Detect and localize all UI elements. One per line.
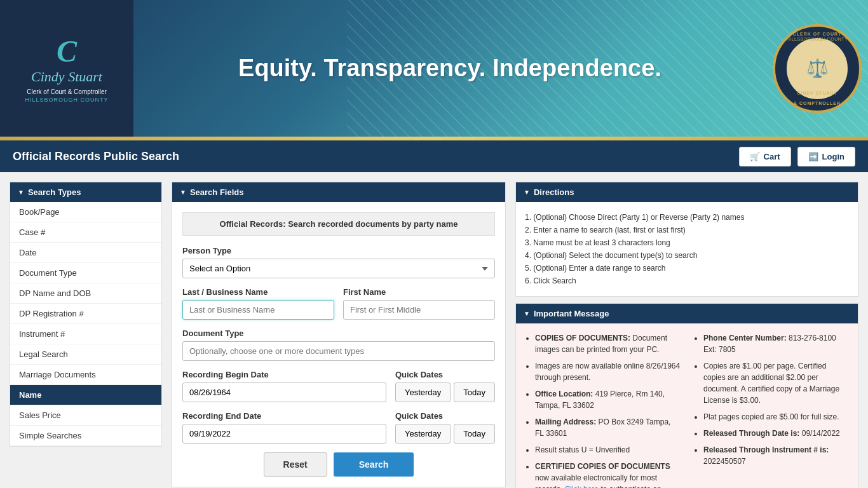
form-actions: Reset Search (182, 452, 495, 477)
images-text: Images are now available online 8/26/196… (535, 362, 680, 382)
seal-circle: CLERK OF COURT HILLSBOROUGH COUNTY ⚖️ CI… (773, 24, 862, 113)
end-yesterday-button[interactable]: Yesterday (395, 424, 451, 444)
sidebar-header[interactable]: ▼ Search Types (10, 182, 161, 202)
sidebar-item-dpreg[interactable]: DP Registration # (10, 304, 161, 324)
sidebar: ▼ Search Types Book/Page Case # Date Doc… (10, 182, 162, 488)
plat-text: Plat pages copied are $5.00 for full siz… (703, 412, 839, 421)
copies-price-text: Copies are $1.00 per page. Certified cop… (703, 362, 839, 405)
cart-icon: 🛒 (750, 152, 760, 161)
released-instrument-bold: Released Through Instrument # is: (703, 445, 829, 454)
sidebar-item-sales[interactable]: Sales Price (10, 405, 161, 426)
end-date-input[interactable] (182, 424, 386, 444)
navbar-actions: 🛒 Cart ➡️ Login (739, 147, 855, 166)
center-form: ▼ Search Fields Official Records: Search… (172, 182, 506, 488)
seal-text-county: HILLSBOROUGH COUNTY (787, 37, 848, 41)
click-here-link[interactable]: Click here (565, 485, 599, 488)
mailing-bold: Mailing Address: (535, 417, 596, 426)
sidebar-section: ▼ Search Types Book/Page Case # Date Doc… (10, 182, 162, 447)
important-chevron-icon: ▼ (524, 310, 530, 317)
sidebar-item-date[interactable]: Date (10, 243, 161, 263)
sidebar-item-dpnamedob[interactable]: DP Name and DOB (10, 283, 161, 304)
form-body: Official Records: Search recorded docume… (172, 202, 505, 487)
sidebar-item-bookpage[interactable]: Book/Page (10, 202, 161, 222)
important-cols: COPIES OF DOCUMENTS: Document images can… (525, 332, 849, 488)
released-date-text: 09/14/2022 (799, 429, 839, 438)
end-today-button[interactable]: Today (454, 424, 495, 444)
important-section: ▼ Important Message COPIES OF DOCUMENTS:… (515, 303, 858, 488)
begin-date-label: Recording Begin Date (182, 370, 386, 379)
released-instrument-text: 2022450507 (703, 457, 746, 466)
logo-title: Clerk of Court & Comptroller (27, 88, 107, 95)
sidebar-item-case[interactable]: Case # (10, 222, 161, 243)
form-title-bar: Official Records: Search recorded docume… (182, 212, 495, 236)
important-item-office: Office Location: 419 Pierce, Rm 140, Tam… (535, 388, 681, 411)
end-date-group: Recording End Date (182, 411, 386, 444)
seal-text-bottom: & COMPTROLLER (794, 101, 841, 105)
cart-button[interactable]: 🛒 Cart (739, 147, 791, 166)
sidebar-item-legal[interactable]: Legal Search (10, 344, 161, 365)
direction-item-5: 5. (Optional) Enter a date range to sear… (525, 262, 849, 274)
seal-name: CINDY STUART (797, 91, 837, 95)
important-item-copies: COPIES OF DOCUMENTS: Document images can… (535, 332, 681, 355)
end-quick-btns: Yesterday Today (395, 424, 495, 444)
important-label: Important Message (534, 309, 609, 318)
sidebar-item-simple[interactable]: Simple Searches (10, 426, 161, 446)
form-header[interactable]: ▼ Search Fields (172, 182, 505, 202)
first-name-group: First Name (343, 287, 495, 320)
search-button[interactable]: Search (334, 452, 414, 477)
directions-list: 1. (Optional) Choose Direct (Party 1) or… (525, 211, 849, 287)
directions-section: ▼ Directions 1. (Optional) Choose Direct… (515, 182, 858, 297)
right-panel: ▼ Directions 1. (Optional) Choose Direct… (515, 182, 858, 488)
navbar-title: Official Records Public Search (13, 150, 179, 163)
direction-item-3: 3. Name must be at least 3 characters lo… (525, 236, 849, 249)
navbar: Official Records Public Search 🛒 Cart ➡️… (0, 140, 868, 172)
doc-type-input[interactable] (182, 341, 495, 361)
important-item-images: Images are now available online 8/26/196… (535, 360, 681, 383)
direction-item-2: 2. Enter a name to search (last, first o… (525, 224, 849, 236)
login-label: Login (822, 152, 844, 161)
copies-bold: COPIES OF DOCUMENTS: (535, 334, 630, 342)
sidebar-item-instrument[interactable]: Instrument # (10, 324, 161, 344)
sidebar-section-label: Search Types (28, 187, 81, 197)
begin-date-row: Recording Begin Date Quick Dates Yesterd… (182, 370, 495, 402)
seal-lady-icon: ⚖️ (806, 58, 829, 79)
begin-yesterday-button[interactable]: Yesterday (395, 383, 451, 402)
sidebar-item-doctype[interactable]: Document Type (10, 263, 161, 283)
important-released-date: Released Through Date is: 09/14/2022 (703, 428, 849, 439)
form-section: ▼ Search Fields Official Records: Search… (172, 182, 506, 487)
reset-button[interactable]: Reset (264, 452, 327, 477)
person-type-label: Person Type (182, 246, 495, 255)
important-item-certified: CERTIFIED COPIES OF DOCUMENTS now availa… (535, 461, 681, 488)
sidebar-item-name[interactable]: Name (10, 385, 161, 405)
logo-c-icon: C (57, 34, 77, 69)
certified-bold: CERTIFIED COPIES OF DOCUMENTS (535, 462, 670, 471)
first-name-input[interactable] (343, 300, 495, 320)
important-body: COPIES OF DOCUMENTS: Document images can… (516, 323, 858, 488)
form-chevron-icon: ▼ (180, 189, 186, 196)
person-type-select[interactable]: Select an Option Direct (Party 1) Revers… (182, 259, 495, 278)
important-header[interactable]: ▼ Important Message (516, 304, 858, 323)
begin-quick-btns: Yesterday Today (395, 383, 495, 402)
important-released-instrument: Released Through Instrument # is: 202245… (703, 444, 849, 467)
important-plat: Plat pages copied are $5.00 for full siz… (703, 411, 849, 423)
logo-county: HILLSBOROUGH COUNTY (25, 97, 108, 103)
last-name-group: Last / Business Name (182, 287, 334, 320)
last-name-input[interactable] (182, 300, 334, 320)
important-item-mailing: Mailing Address: PO Box 3249 Tampa, FL 3… (535, 416, 681, 439)
important-col1: COPIES OF DOCUMENTS: Document images can… (525, 332, 681, 488)
chevron-down-icon: ▼ (18, 189, 24, 196)
released-date-bold: Released Through Date is: (703, 429, 799, 438)
begin-date-group: Recording Begin Date (182, 370, 386, 402)
directions-body: 1. (Optional) Choose Direct (Party 1) or… (516, 202, 858, 296)
directions-chevron-icon: ▼ (524, 189, 530, 196)
begin-today-button[interactable]: Today (454, 383, 495, 402)
login-button[interactable]: ➡️ Login (797, 147, 855, 166)
directions-header[interactable]: ▼ Directions (516, 182, 858, 202)
direction-item-4: 4. (Optional) Select the document type(s… (525, 249, 849, 262)
sidebar-item-marriage[interactable]: Marriage Documents (10, 365, 161, 385)
logo-name: Cindy Stuart (31, 69, 102, 85)
seal-text-top: CLERK OF COURT (793, 32, 842, 36)
begin-date-input[interactable] (182, 383, 386, 402)
directions-label: Directions (534, 187, 574, 197)
end-quick-label: Quick Dates (395, 411, 495, 421)
